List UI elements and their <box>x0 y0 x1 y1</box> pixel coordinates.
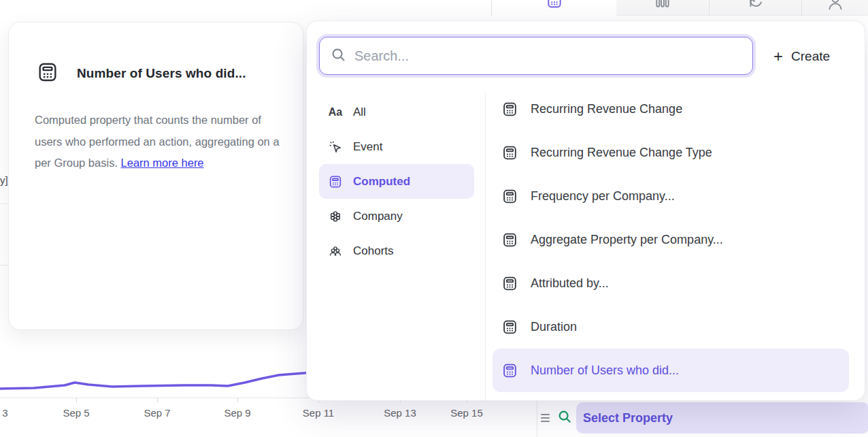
calculator-icon <box>501 144 518 161</box>
cursor-sparkle-icon <box>327 140 344 155</box>
report-tab-bar <box>492 0 868 16</box>
person-icon <box>827 0 844 15</box>
x-tick-label: Sep 7 <box>144 407 170 419</box>
calculator-icon <box>501 188 518 205</box>
calculator-icon <box>327 174 344 189</box>
search-icon-green <box>557 409 572 427</box>
x-tick-label: Sep 11 <box>303 407 334 419</box>
property-item[interactable]: Aggregate Property per Company... <box>493 218 849 261</box>
category-item-cohorts[interactable]: Cohorts <box>319 233 474 268</box>
axis-tick <box>157 398 158 402</box>
property-label: Duration <box>531 320 577 334</box>
calculator-icon <box>501 275 518 292</box>
x-tick-label: Sep 3 <box>0 407 8 419</box>
drag-handle-icon[interactable] <box>541 414 552 422</box>
calculator-icon <box>501 101 518 118</box>
property-label: Frequency per Company... <box>531 189 675 204</box>
category-item-all[interactable]: Aa All <box>319 95 474 129</box>
property-label: Recurring Revenue Change Type <box>531 146 712 160</box>
tab-retention[interactable] <box>709 0 801 16</box>
category-label: Computed <box>353 175 410 189</box>
tab-profile[interactable] <box>801 0 868 16</box>
bar-chart-icon <box>654 0 671 15</box>
background-divider <box>0 204 8 204</box>
search-input[interactable] <box>354 48 741 64</box>
category-label: Company <box>353 210 403 223</box>
metric-property-row: Select Property <box>541 402 868 434</box>
Aa-text-icon: Aa <box>327 106 344 118</box>
x-tick-label: Sep 13 <box>384 407 416 419</box>
axis-tick <box>237 398 238 402</box>
retention-icon <box>747 0 765 15</box>
property-label: Aggregate Property per Company... <box>531 233 723 247</box>
create-button-label: Create <box>791 49 830 64</box>
property-label: Attributed by... <box>531 276 609 291</box>
property-item[interactable]: Recurring Revenue Change <box>493 87 849 131</box>
category-item-computed[interactable]: Computed <box>319 164 474 199</box>
category-item-company[interactable]: Company <box>319 199 474 233</box>
search-icon <box>331 47 346 65</box>
tab-bar-chart[interactable] <box>616 0 709 16</box>
category-item-event[interactable]: Event <box>319 129 474 164</box>
dropdown-divider <box>485 94 486 400</box>
line-chart <box>0 366 314 395</box>
property-label: Number of Users who did... <box>531 363 679 378</box>
property-tooltip-card: Number of Users who did... Computed prop… <box>8 22 303 330</box>
category-list: Aa All Event <box>319 95 474 268</box>
panel-divider <box>537 401 537 437</box>
category-label: Cohorts <box>353 244 394 258</box>
calculator-icon <box>36 61 59 86</box>
plus-icon: + <box>773 48 783 65</box>
x-tick-label: Sep 9 <box>224 407 250 419</box>
category-label: All <box>353 106 366 119</box>
select-property-field[interactable]: Select Property <box>576 402 868 434</box>
x-tick-label: Sep 5 <box>63 407 89 419</box>
select-property-label: Select Property <box>583 411 673 425</box>
property-label: Recurring Revenue Change <box>531 102 682 116</box>
calculator-icon <box>501 362 518 379</box>
property-item[interactable]: Recurring Revenue Change Type <box>493 131 849 174</box>
tab-computed-metric[interactable] <box>492 0 616 16</box>
property-item[interactable]: Attributed by... <box>493 261 849 305</box>
calculator-icon <box>546 0 563 16</box>
tooltip-title: Number of Users who did... <box>77 66 246 81</box>
axis-tick <box>76 398 77 402</box>
tooltip-description: Computed property that counts the number… <box>35 110 288 174</box>
x-tick-label: Sep 15 <box>450 407 483 419</box>
create-button[interactable]: + Create <box>773 46 855 67</box>
calculator-icon <box>501 319 518 336</box>
learn-more-link[interactable]: Learn more here <box>121 157 204 169</box>
property-item-selected[interactable]: Number of Users who did... <box>493 349 849 392</box>
company-cluster-icon <box>327 209 344 224</box>
property-list: Recurring Revenue Change Recurring Reven… <box>493 87 849 392</box>
calculator-icon <box>501 231 518 248</box>
property-item[interactable]: Duration <box>493 305 849 349</box>
cohorts-people-icon <box>327 244 344 259</box>
property-item[interactable]: Frequency per Company... <box>493 174 849 218</box>
background-divider <box>0 265 8 265</box>
search-box <box>319 37 753 75</box>
property-picker-dropdown: + Create Aa All Event <box>306 20 865 401</box>
category-label: Event <box>353 140 382 154</box>
